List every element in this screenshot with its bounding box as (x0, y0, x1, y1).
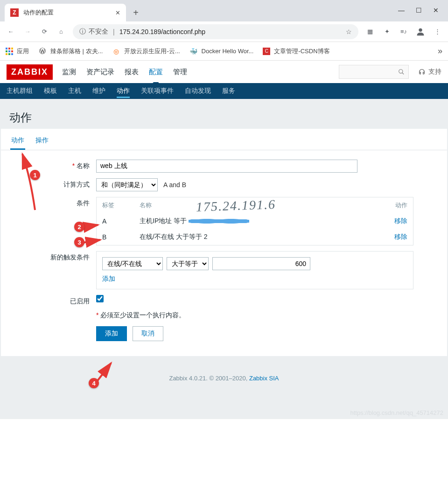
new-tab-button[interactable]: + (129, 6, 143, 20)
window-controls: — ☐ ✕ (398, 7, 448, 21)
url-text: 175.24.20.189/actionconf.php (119, 28, 206, 35)
tab-operations[interactable]: 操作 (35, 133, 49, 150)
cond-header-tag: 标签 (97, 197, 134, 213)
cancel-button[interactable]: 取消 (133, 326, 163, 341)
cond-header-action: 动作 (376, 197, 413, 213)
sub-discovery[interactable]: 自动发现 (185, 84, 211, 98)
top-menu-admin[interactable]: 管理 (173, 62, 187, 82)
sub-hostgroups[interactable]: 主机群组 (7, 84, 33, 98)
annotation-handwriting: 175.24.191.6 (196, 197, 276, 215)
sub-services[interactable]: 服务 (222, 84, 235, 98)
search-icon (398, 69, 405, 75)
label-calc: 计算方式 (12, 178, 96, 189)
top-menu-reports[interactable]: 报表 (125, 62, 139, 82)
forward-icon[interactable]: → (22, 27, 33, 37)
label-new-cond: 新的触发条件 (12, 251, 96, 262)
warning-text: 必须至少设置一个执行内容。 (96, 311, 413, 320)
label-name: 名称 (12, 160, 96, 170)
maximize-icon[interactable]: ☐ (416, 7, 422, 14)
footer: Zabbix 4.0.21. © 2001–2020, Zabbix SIA (0, 356, 448, 391)
close-icon[interactable]: ✕ (115, 9, 120, 16)
support-link[interactable]: 支持 (418, 68, 441, 76)
minimize-icon[interactable]: — (398, 7, 405, 14)
sub-actions[interactable]: 动作 (117, 84, 130, 98)
bookmark-item[interactable]: Ⓦ辣条部落格 | 农夫... (38, 47, 103, 56)
extension-icon[interactable]: ▦ (365, 27, 375, 37)
add-condition-link[interactable]: 添加 (102, 275, 407, 283)
label-conditions: 条件 (12, 197, 96, 208)
browser-tab[interactable]: Z 动作的配置 ✕ (5, 4, 126, 21)
sub-templates[interactable]: 模板 (44, 84, 57, 98)
zabbix-logo[interactable]: ZABBIX (7, 64, 53, 80)
svg-point-1 (399, 70, 403, 73)
bookmark-apps[interactable]: 应用 (6, 47, 29, 56)
search-input[interactable] (339, 65, 409, 79)
remove-condition-link[interactable]: 移除 (394, 233, 407, 240)
browser-nav-bar: ← → ⟳ ⌂ ⓘ 不安全 | 175.24.20.189/actionconf… (0, 21, 448, 42)
calc-formula: A and B (163, 181, 186, 189)
svg-point-0 (419, 28, 422, 31)
checkbox-enabled[interactable] (96, 295, 104, 302)
condition-row: B 在线/不在线 大于等于 2 移除 (97, 229, 413, 245)
reload-icon[interactable]: ⟳ (39, 27, 49, 37)
condition-row: A 主机IP地址 等于 移除 (97, 213, 413, 229)
bookmarks-bar: 应用 Ⓦ辣条部落格 | 农夫... ◎开放云原生应用-云... 🐳Docker … (0, 42, 448, 61)
submit-button[interactable]: 添加 (96, 326, 127, 341)
kebab-icon[interactable]: ⋮ (432, 27, 442, 37)
zabbix-sub-menu: 主机群组 模板 主机 维护 动作 关联项事件 自动发现 服务 (0, 83, 448, 99)
close-window-icon[interactable]: ✕ (433, 7, 439, 14)
zabbix-top-menu: 监测 资产记录 报表 配置 管理 (62, 62, 187, 82)
favicon-icon: Z (10, 8, 19, 17)
top-menu-inventory[interactable]: 资产记录 (86, 62, 114, 82)
puzzle-icon[interactable]: ✦ (382, 27, 392, 37)
back-icon[interactable]: ← (6, 27, 16, 37)
zabbix-header: ZABBIX 监测 资产记录 报表 配置 管理 支持 (0, 61, 448, 83)
select-cond-op[interactable]: 大于等于 (167, 257, 209, 270)
profile-icon[interactable] (415, 27, 426, 37)
select-calc[interactable]: 和（同时满足） (96, 178, 158, 191)
form-tabs: 动作 操作 (1, 129, 447, 150)
sub-maintenance[interactable]: 维护 (92, 84, 105, 98)
watermark: https://blog.csdn.net/qq_45714272 (350, 409, 444, 416)
top-menu-config[interactable]: 配置 (149, 62, 163, 82)
content-area: 动作 动作 操作 名称 计算方式 和（同时满足） A and B 条件 (0, 99, 448, 419)
bookmark-item[interactable]: ◎开放云原生应用-云... (112, 47, 180, 56)
tab-action[interactable]: 动作 (10, 133, 25, 150)
remove-condition-link[interactable]: 移除 (394, 217, 407, 224)
headset-icon (418, 68, 426, 76)
input-name[interactable] (96, 160, 357, 173)
sub-hosts[interactable]: 主机 (68, 84, 81, 98)
url-bar[interactable]: ⓘ 不安全 | 175.24.20.189/actionconf.php ☆ (73, 24, 358, 39)
action-form: 名称 计算方式 和（同时满足） A and B 条件 标签 (1, 150, 447, 356)
label-enabled: 已启用 (12, 295, 96, 306)
apps-icon (6, 48, 13, 55)
select-cond-type[interactable]: 在线/不在线 (102, 257, 163, 270)
tab-title: 动作的配置 (23, 8, 111, 17)
reading-list-icon[interactable]: ≡♪ (399, 27, 409, 37)
censored-ip (189, 217, 249, 225)
sub-correlation[interactable]: 关联项事件 (141, 84, 174, 98)
input-cond-value[interactable] (212, 257, 310, 270)
page-title: 动作 (0, 105, 448, 129)
svg-line-2 (402, 73, 404, 75)
footer-link[interactable]: Zabbix SIA (249, 375, 279, 382)
bookmarks-more-icon[interactable]: » (438, 46, 442, 56)
star-icon[interactable]: ☆ (346, 28, 352, 35)
top-menu-monitoring[interactable]: 监测 (62, 62, 76, 82)
info-icon: ⓘ (79, 28, 86, 36)
bookmark-item[interactable]: 🐳Docker Hello Wor... (189, 47, 254, 56)
bookmark-item[interactable]: C文章管理-CSDN博客 (263, 47, 329, 56)
home-icon[interactable]: ⌂ (56, 27, 66, 37)
browser-tab-bar: Z 动作的配置 ✕ + — ☐ ✕ (0, 0, 448, 21)
